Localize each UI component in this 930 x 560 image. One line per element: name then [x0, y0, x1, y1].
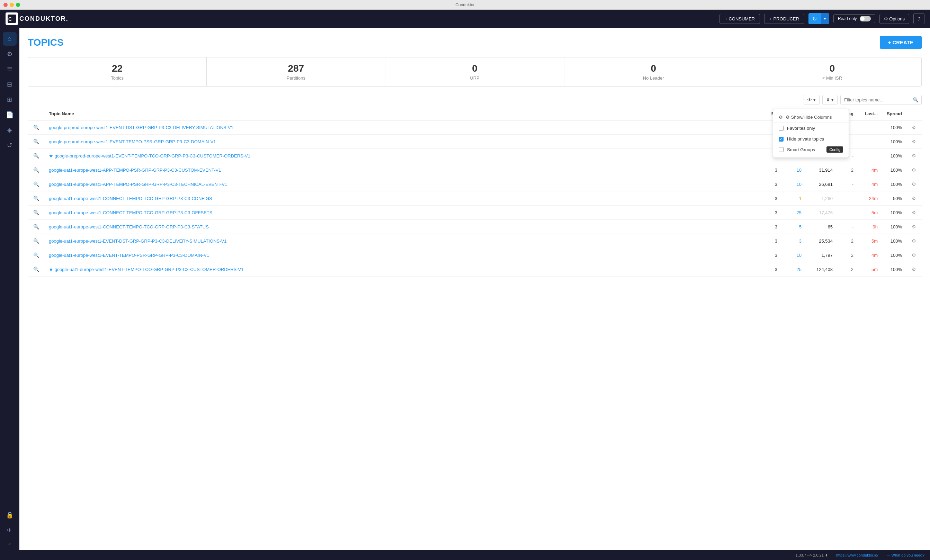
- row-search-button[interactable]: 🔍: [32, 209, 40, 216]
- hide-private-item[interactable]: ✓ Hide private topics: [773, 134, 848, 144]
- row-search-button[interactable]: 🔍: [32, 252, 40, 258]
- partition-link[interactable]: 3: [799, 238, 802, 244]
- partition-link[interactable]: 1: [799, 196, 802, 201]
- partition-link[interactable]: 25: [797, 210, 802, 215]
- search-input[interactable]: [841, 95, 910, 105]
- topic-name-link[interactable]: google-uat1-europe-west1-CONNECT-TEMPO-T…: [49, 224, 209, 229]
- stat-noleader: 0 No Leader: [564, 57, 743, 86]
- topic-name-link[interactable]: google-uat1-europe-west1-APP-TEMPO-PSR-G…: [49, 168, 221, 173]
- maximize-button[interactable]: [16, 3, 20, 7]
- row-search-button[interactable]: 🔍: [32, 195, 40, 202]
- row-search-button[interactable]: 🔍: [32, 223, 40, 230]
- row-gear-button[interactable]: ⚙: [910, 166, 918, 174]
- topic-name-link[interactable]: google-uat1-europe-west1-EVENT-DST-GRP-G…: [49, 238, 226, 244]
- row-gear-button[interactable]: ⚙: [910, 181, 918, 188]
- partition-link[interactable]: 5: [799, 224, 802, 229]
- sidebar-item-doc[interactable]: 📄: [3, 108, 17, 122]
- producer-button[interactable]: + PRODUCER: [764, 14, 804, 24]
- refresh-button[interactable]: ↻: [808, 13, 821, 24]
- topic-name-link[interactable]: google-uat1-europe-west1-EVENT-TEMPO-PSR…: [49, 253, 209, 258]
- search-cell: 🔍: [28, 177, 45, 191]
- lag-cell: 2: [837, 248, 858, 262]
- row-gear-button[interactable]: ⚙: [910, 138, 918, 145]
- topnav: C CONDUKTOR. + CONSUMER + PRODUCER ↻ ▾ R…: [0, 10, 930, 28]
- row-search-button[interactable]: 🔍: [32, 237, 40, 245]
- count-cell: 31,914: [806, 163, 837, 177]
- gear-cell: ⚙: [906, 177, 922, 191]
- partition-link[interactable]: 10: [797, 168, 802, 173]
- readonly-switch[interactable]: [860, 16, 871, 22]
- stat-topics-label: Topics: [36, 75, 198, 81]
- topic-name-link[interactable]: google-uat1-europe-west1-CONNECT-TEMPO-T…: [49, 210, 212, 215]
- download-button[interactable]: ⬇ ▾: [822, 95, 838, 105]
- search-cell: 🔍: [28, 248, 45, 262]
- svg-text:C: C: [8, 16, 12, 22]
- sidebar-item-settings[interactable]: ⚙: [3, 47, 17, 61]
- row-search-button[interactable]: 🔍: [32, 152, 40, 159]
- hide-private-checkbox[interactable]: ✓: [779, 137, 784, 142]
- stat-minisr-value: 0: [751, 63, 913, 74]
- last-cell: 9h: [858, 220, 882, 234]
- partition-link[interactable]: 10: [797, 253, 802, 258]
- stat-topics-value: 22: [36, 63, 198, 74]
- smart-groups-item[interactable]: Smart Groups Config: [773, 144, 848, 155]
- sidebar-item-cube[interactable]: ◈: [3, 123, 17, 137]
- close-button[interactable]: [3, 3, 8, 7]
- spread-cell: 100%: [882, 248, 906, 262]
- favorites-only-checkbox[interactable]: [779, 126, 784, 131]
- stat-minisr-label: < Min ISR: [751, 75, 913, 81]
- partition-link[interactable]: 25: [797, 267, 802, 272]
- sidebar-item-filter[interactable]: ⊟: [3, 77, 17, 91]
- export-button[interactable]: ⤴: [913, 13, 924, 24]
- sidebar-item-sync[interactable]: ↺: [3, 138, 17, 152]
- bottombar: 1.33.7 --> 2.0.21 ⬇ https://www.condukto…: [0, 550, 930, 560]
- search-submit-button[interactable]: 🔍: [910, 95, 921, 105]
- topic-name-link[interactable]: google-uat1-europe-west1-CONNECT-TEMPO-T…: [49, 196, 212, 201]
- spread-cell: 100%: [882, 206, 906, 220]
- sidebar-item-grid[interactable]: ⊞: [3, 93, 17, 106]
- consumer-button[interactable]: + CONSUMER: [719, 14, 760, 24]
- count-cell: 25,534: [806, 234, 837, 248]
- website-link[interactable]: https://www.conduktor.io/: [836, 553, 878, 557]
- topic-name-link[interactable]: google-uat1-europe-west1-APP-TEMPO-PSR-G…: [49, 182, 227, 187]
- minimize-button[interactable]: [10, 3, 14, 7]
- row-gear-button[interactable]: ⚙: [910, 209, 918, 216]
- create-button[interactable]: + CREATE: [880, 36, 922, 49]
- row-search-button[interactable]: 🔍: [32, 181, 40, 188]
- row-gear-button[interactable]: ⚙: [910, 223, 918, 230]
- sidebar-expand-button[interactable]: »: [8, 541, 11, 546]
- search-cell: 🔍: [28, 120, 45, 135]
- topic-name-link[interactable]: google-uat1-europe-west1-EVENT-TEMPO-TCO…: [55, 267, 244, 272]
- row-gear-button[interactable]: ⚙: [910, 195, 918, 202]
- eye-dropdown-arrow: ▾: [813, 97, 816, 102]
- topic-name-link[interactable]: google-preprod-europe-west1-EVENT-TEMPO-…: [55, 153, 250, 158]
- sidebar-item-list[interactable]: ☰: [3, 62, 17, 76]
- smart-groups-config-button[interactable]: Config: [827, 146, 843, 152]
- row-gear-button[interactable]: ⚙: [910, 152, 918, 159]
- columns-visibility-button[interactable]: 👁 ▾: [804, 95, 819, 105]
- favorites-only-item[interactable]: Favorites only: [773, 123, 848, 134]
- sidebar-item-rocket[interactable]: ✈: [3, 523, 17, 537]
- topic-name-link[interactable]: google-preprod-europe-west1-EVENT-TEMPO-…: [49, 139, 216, 144]
- row-search-button[interactable]: 🔍: [32, 266, 40, 273]
- row-search-button[interactable]: 🔍: [32, 138, 40, 145]
- spread-cell: 100%: [882, 220, 906, 234]
- count-cell: 124,408: [806, 262, 837, 277]
- row-search-button[interactable]: 🔍: [32, 124, 40, 131]
- help-link[interactable]: What do you need?: [892, 553, 924, 557]
- smart-groups-checkbox[interactable]: [779, 147, 784, 152]
- sidebar-item-lock[interactable]: 🔒: [3, 508, 17, 522]
- options-button[interactable]: ⚙ Options: [879, 14, 909, 24]
- sidebar-item-home[interactable]: ⌂: [3, 32, 17, 46]
- stat-urp-label: URP: [394, 75, 555, 81]
- rf-cell: 3: [767, 234, 781, 248]
- partition-link[interactable]: 10: [797, 182, 802, 187]
- spread-cell: 50%: [882, 191, 906, 206]
- row-gear-button[interactable]: ⚙: [910, 237, 918, 245]
- topic-name-link[interactable]: google-preprod-europe-west1-EVENT-DST-GR…: [49, 125, 233, 130]
- row-gear-button[interactable]: ⚙: [910, 124, 918, 131]
- row-gear-button[interactable]: ⚙: [910, 252, 918, 258]
- row-gear-button[interactable]: ⚙: [910, 266, 918, 273]
- row-search-button[interactable]: 🔍: [32, 166, 40, 174]
- refresh-dropdown-button[interactable]: ▾: [821, 13, 829, 24]
